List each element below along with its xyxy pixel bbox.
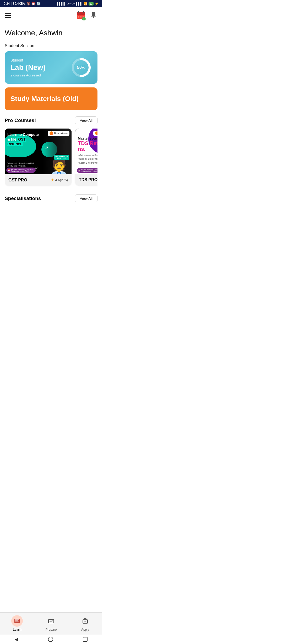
svg-rect-8 xyxy=(78,18,79,18)
progress-circle: 50% xyxy=(71,57,92,78)
gst-pro-footer: GST PRO ★ 4.6(275) xyxy=(5,174,72,186)
pro-courses-header: Pro Courses! View All xyxy=(5,116,97,124)
signal-icon: ▌▌▌▌ xyxy=(57,2,66,5)
status-bar: 0:24 | 39.4KB/s 🔇 ⏰ 🔄 ▌▌▌▌ Vo 4G+ ▌▌▌ 📶 … xyxy=(0,0,102,7)
gst-arrow2-icon: ↗ xyxy=(45,145,48,150)
answered-text: All your Important QuestionsAnswered eve… xyxy=(11,168,34,172)
svg-rect-9 xyxy=(80,18,81,18)
speed: | xyxy=(11,2,12,5)
sync-icon: 🔄 xyxy=(36,2,40,5)
specialisations-title: Specialisations xyxy=(5,196,41,201)
svg-rect-5 xyxy=(78,16,79,16)
fincurious-badge-gst: Fincurious xyxy=(48,131,69,136)
pro-courses-view-all[interactable]: View All xyxy=(75,116,97,124)
welcome-greeting: Welcome, Ashwin xyxy=(5,29,97,37)
calendar-icon[interactable]: + xyxy=(76,10,86,20)
gst-pro-rating-value: 4.6(275) xyxy=(55,178,68,182)
lab-subtitle: Student xyxy=(10,58,71,62)
tds-answered-icon: 📅 xyxy=(78,170,80,171)
bell-icon[interactable] xyxy=(90,11,97,20)
gst-pro-rating: ★ 4.6(275) xyxy=(51,177,68,182)
tds-bullets: • Get access to Simulation and Lab. • St… xyxy=(78,153,97,165)
specialisations-header: Specialisations View All xyxy=(5,195,97,202)
tds-pro-name: TDS PRO xyxy=(79,177,97,182)
svg-text:+: + xyxy=(83,18,85,20)
gst-card-bg: ↗ Fincurious Learn to Compute& file GST … xyxy=(5,129,72,174)
svg-rect-6 xyxy=(80,16,81,16)
fincurious-badge-tds: Fincurious xyxy=(93,131,97,136)
tds-card-bg: Fincurious Master your Skills TDS Return… xyxy=(75,129,97,174)
time: 0:24 xyxy=(4,2,10,5)
gst-text-overlay: Learn to Compute& file GST Returns. xyxy=(7,132,41,147)
svg-point-12 xyxy=(93,16,94,18)
header-icons: + xyxy=(76,10,97,20)
courses-scroll: ↗ Fincurious Learn to Compute& file GST … xyxy=(5,129,97,187)
tds-answered-pill: 📅 All your Important QuestionsAnswered e… xyxy=(77,168,97,173)
tds-pro-footer: TDS PRO xyxy=(75,174,97,185)
battery-icon: 97 xyxy=(89,2,94,5)
student-lab-card[interactable]: Student Lab (New) 2 courses Accessed 50% xyxy=(5,51,97,84)
gst-pro-name: GST PRO xyxy=(8,178,27,182)
tds-pro-image: Fincurious Master your Skills TDS Return… xyxy=(75,129,97,174)
status-left: 0:24 | 39.4KB/s 🔇 ⏰ 🔄 xyxy=(4,2,40,5)
lab-info: Student Lab (New) 2 courses Accessed xyxy=(10,58,71,77)
lab-title: Lab (New) xyxy=(10,63,71,72)
progress-label: 50% xyxy=(77,65,85,70)
wifi-icon: 📶 xyxy=(84,2,88,5)
specialisations-section: Specialisations View All xyxy=(5,195,97,202)
tds-pro-card[interactable]: Fincurious Master your Skills TDS Return… xyxy=(75,129,97,186)
lab-description: 2 courses Accessed xyxy=(10,73,71,77)
alarm-icon: ⏰ xyxy=(31,2,35,5)
signal2-icon: ▌▌▌ xyxy=(76,2,83,5)
pro-courses-title: Pro Courses! xyxy=(5,118,36,123)
tds-card-content: Master your Skills TDS Returns. • Get ac… xyxy=(78,136,97,165)
tds-answered-text: All your Important QuestionsAnswered eve… xyxy=(81,169,97,172)
fincurious-logo-tds xyxy=(95,131,97,135)
gst-pro-image: ↗ Fincurious Learn to Compute& file GST … xyxy=(5,129,72,174)
hamburger-menu[interactable] xyxy=(5,13,11,18)
app-header: + xyxy=(0,7,102,24)
student-section-label: Student Section xyxy=(5,43,97,48)
gst-person-emoji: 🧑‍💼 xyxy=(49,159,69,174)
svg-rect-3 xyxy=(78,11,79,13)
svg-rect-2 xyxy=(77,13,85,15)
fincurious-text-gst: Fincurious xyxy=(54,132,68,135)
volte-icon: Vo 4G+ xyxy=(67,2,75,5)
tds-return-text: TDS Returns. xyxy=(78,140,97,152)
charging-icon: ⚡ xyxy=(95,2,99,5)
specialisations-view-all[interactable]: View All xyxy=(75,195,97,202)
finc-lab-pill: Get Access toFinC Lab! xyxy=(54,155,69,160)
answered-icon: 📅 xyxy=(8,169,10,171)
fincurious-logo-gst xyxy=(50,131,53,135)
gst-arrow-icon: ↗ xyxy=(7,131,11,137)
svg-rect-7 xyxy=(83,16,84,16)
answered-pill: 📅 All your Important QuestionsAnswered e… xyxy=(6,168,36,173)
tds-master-text: Master your Skills xyxy=(78,136,97,140)
svg-rect-4 xyxy=(83,11,84,13)
gst-pro-card[interactable]: ↗ Fincurious Learn to Compute& file GST … xyxy=(5,129,72,186)
status-right: ▌▌▌▌ Vo 4G+ ▌▌▌ 📶 97 ⚡ xyxy=(57,2,99,5)
gst-headline: Learn to Compute& file GST Returns. xyxy=(7,132,39,146)
study-materials-card[interactable]: Study Materials (Old) xyxy=(5,87,97,110)
study-materials-title: Study Materials (Old) xyxy=(10,95,92,103)
main-content: Welcome, Ashwin Student Section Student … xyxy=(0,24,102,227)
star-icon-gst: ★ xyxy=(51,177,54,182)
network-speed: 39.4KB/s xyxy=(13,2,25,5)
mute-icon: 🔇 xyxy=(26,2,30,5)
